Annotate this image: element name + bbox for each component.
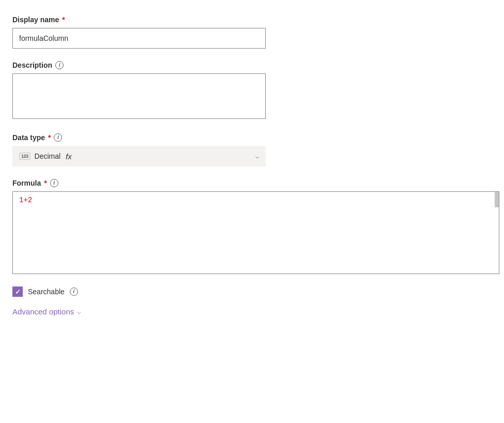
formula-label: Formula * i xyxy=(12,179,492,187)
formula-label-text: Formula xyxy=(12,179,41,187)
searchable-info-icon[interactable]: i xyxy=(70,288,78,296)
data-type-icon: 123 xyxy=(19,153,30,160)
formula-info-icon[interactable]: i xyxy=(50,179,58,187)
formula-editor[interactable]: 1+2 xyxy=(12,191,499,274)
description-label-text: Description xyxy=(12,61,52,69)
display-name-label-text: Display name xyxy=(12,16,59,24)
data-type-label-text: Data type xyxy=(12,133,45,142)
advanced-options-label: Advanced options xyxy=(12,307,74,316)
searchable-label: Searchable xyxy=(28,288,65,296)
formula-group: Formula * i 1+2 xyxy=(12,179,492,274)
advanced-options-row[interactable]: Advanced options ⌵ xyxy=(12,307,492,316)
fx-symbol: fx xyxy=(66,152,72,161)
checkmark-icon: ✓ xyxy=(15,289,21,295)
display-name-group: Display name * xyxy=(12,16,492,49)
description-group: Description i xyxy=(12,61,492,121)
display-name-input[interactable] xyxy=(12,28,266,49)
formula-value: 1+2 xyxy=(19,196,32,204)
data-type-label: Data type * i xyxy=(12,133,492,142)
description-label: Description i xyxy=(12,61,492,69)
data-type-selected: 123 Decimal fx xyxy=(19,152,72,161)
data-type-info-icon[interactable]: i xyxy=(54,133,62,142)
data-type-group: Data type * i 123 Decimal fx ⌵ xyxy=(12,133,492,167)
searchable-row: ✓ Searchable i xyxy=(12,286,492,297)
formula-required: * xyxy=(44,179,47,187)
formula-editor-inner: 1+2 xyxy=(13,192,499,274)
data-type-required: * xyxy=(48,133,51,142)
data-type-dropdown[interactable]: 123 Decimal fx ⌵ xyxy=(12,146,266,167)
data-type-value: Decimal xyxy=(35,152,61,160)
scrollbar-indicator xyxy=(495,192,499,207)
display-name-required: * xyxy=(62,16,65,24)
advanced-options-chevron-icon: ⌵ xyxy=(77,308,81,315)
description-input[interactable] xyxy=(12,73,266,119)
data-type-chevron-icon: ⌵ xyxy=(255,153,259,160)
searchable-checkbox[interactable]: ✓ xyxy=(12,286,23,297)
description-info-icon[interactable]: i xyxy=(55,61,64,69)
display-name-label: Display name * xyxy=(12,16,492,24)
form-container: Display name * Description i Data type *… xyxy=(12,16,492,316)
